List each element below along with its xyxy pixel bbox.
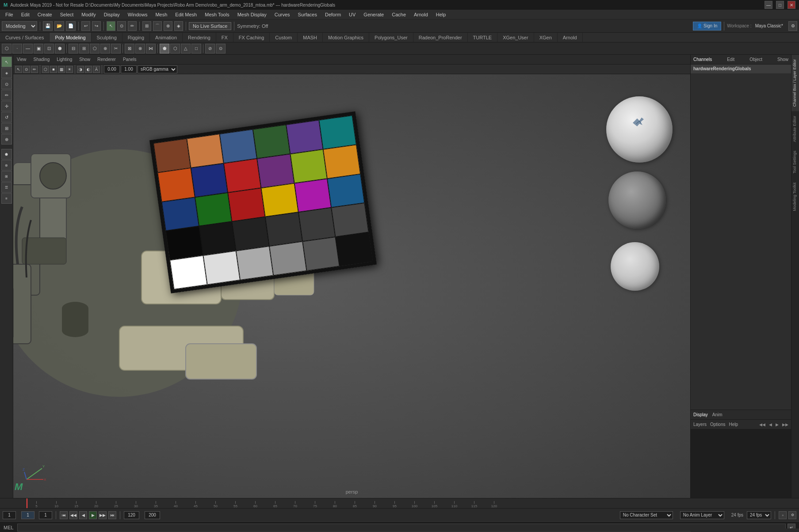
tool-move[interactable]: ✛ bbox=[1, 101, 12, 111]
icon-extrude[interactable]: ⊟ bbox=[69, 44, 78, 53]
vp-menu-shading[interactable]: Shading bbox=[32, 57, 52, 62]
tab-xgen-user[interactable]: XGen_User bbox=[497, 33, 534, 42]
menu-mesh-tools[interactable]: Mesh Tools bbox=[201, 11, 233, 18]
icon-select-face[interactable]: ▣ bbox=[34, 44, 43, 53]
toolbar-snap-grid[interactable]: ⊞ bbox=[142, 21, 151, 31]
pb-prev-key[interactable]: ◀◀ bbox=[69, 511, 77, 519]
help-sub-tab[interactable]: Help bbox=[729, 422, 738, 427]
tab-radeon[interactable]: Radeon_ProRender bbox=[413, 33, 468, 42]
icon-mirror[interactable]: ⊠ bbox=[125, 44, 134, 53]
workspace-settings-btn[interactable]: ⚙ bbox=[788, 21, 797, 31]
vp-gamma-input[interactable] bbox=[121, 65, 137, 73]
timeline-playhead[interactable] bbox=[27, 498, 27, 508]
channels-tab-btn[interactable]: Channels bbox=[693, 57, 712, 62]
nav-prev[interactable]: ◀ bbox=[769, 422, 772, 427]
fps-dropdown[interactable]: 24 fps bbox=[747, 511, 771, 519]
tool-soft-select[interactable]: ⬟ bbox=[1, 149, 12, 160]
tab-motion-graphics[interactable]: Motion Graphics bbox=[323, 33, 369, 42]
tool-paint[interactable]: ✏ bbox=[1, 90, 12, 100]
icon-cage[interactable]: ⬡ bbox=[170, 44, 180, 53]
options-sub-tab[interactable]: Options bbox=[710, 422, 725, 427]
vtab-attribute-editor[interactable]: Attribute Editor bbox=[791, 111, 799, 147]
toolbar-lasso-btn[interactable]: ⊙ bbox=[117, 21, 126, 31]
vp-tool-select[interactable]: ↖ bbox=[15, 66, 22, 73]
icon-select-edge[interactable]: — bbox=[23, 44, 33, 53]
menu-generate[interactable]: Generate bbox=[360, 11, 387, 18]
vtab-tool-settings[interactable]: Tool Settings bbox=[791, 146, 799, 178]
vp-display-solid[interactable]: ■ bbox=[50, 66, 57, 73]
signin-button[interactable]: 👤 Sign In bbox=[693, 22, 721, 30]
command-input[interactable] bbox=[17, 524, 786, 532]
menu-deform[interactable]: Deform bbox=[321, 11, 344, 18]
frame-display-input[interactable] bbox=[39, 511, 52, 519]
menu-help[interactable]: Help bbox=[432, 11, 450, 18]
menu-uv[interactable]: UV bbox=[345, 11, 359, 18]
keyframe-set-btn[interactable]: ⬦ bbox=[779, 511, 787, 519]
nav-next-next[interactable]: ▶▶ bbox=[782, 422, 788, 427]
layers-sub-tab[interactable]: Layers bbox=[693, 422, 707, 427]
toolbar-snap-surface[interactable]: ◈ bbox=[174, 21, 183, 31]
tool-universal[interactable]: ⊕ bbox=[1, 134, 12, 144]
toolbar-snap-curve[interactable]: ⌒ bbox=[153, 21, 162, 31]
menu-edit-mesh[interactable]: Edit Mesh bbox=[172, 11, 200, 18]
menu-surfaces[interactable]: Surfaces bbox=[294, 11, 321, 18]
vp-display-wireframe[interactable]: ⬡ bbox=[42, 66, 49, 73]
toolbar-redo-btn[interactable]: ↪ bbox=[92, 21, 101, 31]
menu-select[interactable]: Select bbox=[57, 11, 77, 18]
menu-mesh-display[interactable]: Mesh Display bbox=[234, 11, 270, 18]
vp-display-light[interactable]: ☀ bbox=[66, 66, 73, 73]
icon-connect[interactable]: ⊕ bbox=[100, 44, 110, 53]
tool-rotate[interactable]: ↺ bbox=[1, 112, 12, 122]
display-tab-btn[interactable]: Display bbox=[693, 412, 708, 417]
tab-polygons-user[interactable]: Polygons_User bbox=[369, 33, 413, 42]
edit-tab-btn[interactable]: Edit bbox=[727, 57, 734, 62]
icon-uv-unfold[interactable]: ⊘ bbox=[205, 44, 215, 53]
tool-select[interactable]: ↖ bbox=[1, 57, 12, 67]
menu-windows[interactable]: Windows bbox=[124, 11, 151, 18]
range-end-input[interactable] bbox=[145, 511, 160, 519]
vp-tool-paint[interactable]: ✏ bbox=[31, 66, 38, 73]
tab-xgen[interactable]: XGen bbox=[534, 33, 558, 42]
tab-arnold[interactable]: Arnold bbox=[558, 33, 583, 42]
tab-animation[interactable]: Animation bbox=[150, 33, 183, 42]
tool-display-modes[interactable]: ⊞ bbox=[1, 171, 12, 182]
vp-menu-view[interactable]: View bbox=[15, 57, 28, 62]
workspace-dropdown[interactable]: Modeling bbox=[2, 21, 37, 31]
vp-menu-show[interactable]: Show bbox=[77, 57, 92, 62]
toolbar-undo-btn[interactable]: ↩ bbox=[81, 21, 90, 31]
menu-edit[interactable]: Edit bbox=[18, 11, 33, 18]
tool-snap-modes[interactable]: ☰ bbox=[1, 182, 12, 193]
menu-display[interactable]: Display bbox=[100, 11, 123, 18]
anim-layer-dropdown[interactable]: No Anim Layer bbox=[680, 511, 724, 519]
menu-modify[interactable]: Modify bbox=[78, 11, 99, 18]
object-tab-btn[interactable]: Object bbox=[749, 57, 762, 62]
tool-select2[interactable]: ◈ bbox=[1, 68, 12, 78]
menu-create[interactable]: Create bbox=[34, 11, 56, 18]
vtab-modeling-toolkit[interactable]: Modeling Toolkit bbox=[791, 178, 799, 215]
icon-select-vertex[interactable]: · bbox=[12, 44, 22, 53]
toolbar-snap-point[interactable]: ⊕ bbox=[164, 21, 172, 31]
maximize-button[interactable]: □ bbox=[776, 1, 784, 9]
tab-sculpting[interactable]: Sculpting bbox=[92, 33, 122, 42]
vtab-channel-box[interactable]: Channel Box / Layer Editor bbox=[791, 55, 799, 111]
menu-cache[interactable]: Cache bbox=[388, 11, 409, 18]
tool-layers[interactable]: ≡ bbox=[1, 193, 12, 204]
tab-fx[interactable]: FX bbox=[216, 33, 233, 42]
pb-first-frame[interactable]: ⏮ bbox=[60, 511, 68, 519]
tool-scale[interactable]: ⊞ bbox=[1, 123, 12, 133]
menu-curves[interactable]: Curves bbox=[271, 11, 294, 18]
toolbar-paint-btn[interactable]: ✏ bbox=[128, 21, 137, 31]
menu-file[interactable]: File bbox=[2, 11, 17, 18]
icon-triangulate[interactable]: △ bbox=[181, 44, 191, 53]
tab-mash[interactable]: MASH bbox=[298, 33, 323, 42]
current-frame-input[interactable] bbox=[21, 511, 34, 519]
nav-prev-prev[interactable]: ◀◀ bbox=[759, 422, 765, 427]
playback-settings-btn[interactable]: ⚙ bbox=[788, 511, 796, 519]
toolbar-save-btn[interactable]: 💾 bbox=[43, 21, 53, 31]
icon-split[interactable]: ✂ bbox=[111, 44, 121, 53]
vp-tool-lasso[interactable]: ⊙ bbox=[23, 66, 30, 73]
frame-start-input[interactable] bbox=[3, 511, 16, 519]
pb-prev-frame[interactable]: ◀ bbox=[79, 511, 87, 519]
menu-mesh[interactable]: Mesh bbox=[152, 11, 171, 18]
pb-next-frame[interactable]: ▶▶ bbox=[99, 511, 107, 519]
